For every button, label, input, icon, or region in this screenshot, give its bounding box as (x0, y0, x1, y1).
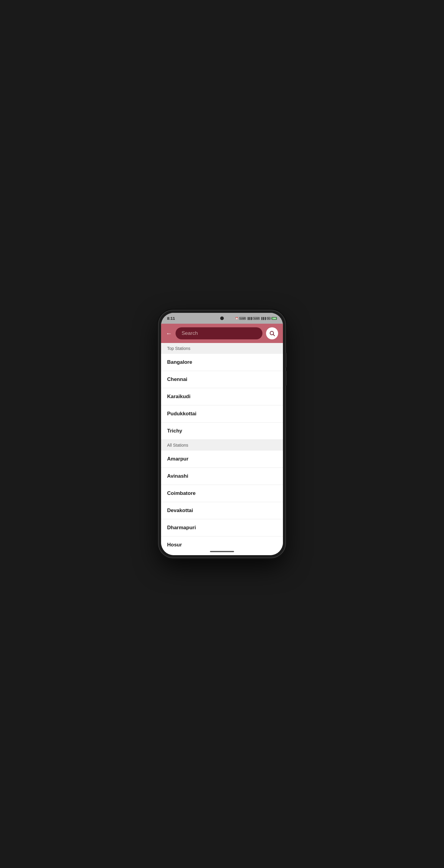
station-list-item[interactable]: Hosur (161, 536, 283, 548)
station-list-item[interactable]: Dharmapuri (161, 519, 283, 536)
status-bar: 8:11 ⏰ VoNR ▐▐▐ VoNR ▐▐▐ 5G 100 (161, 313, 283, 324)
volume-button-1 (285, 352, 287, 368)
home-bar (210, 551, 234, 552)
vonr-label-2: VoNR (253, 317, 260, 320)
station-list-item[interactable]: Coimbatore (161, 485, 283, 502)
5g-label: 5G (267, 317, 271, 320)
camera-cutout (220, 316, 224, 320)
status-icons: ⏰ VoNR ▐▐▐ VoNR ▐▐▐ 5G 100 (235, 317, 277, 320)
station-list-item[interactable]: Bangalore (161, 354, 283, 371)
search-header: ← Search (161, 324, 283, 343)
search-button[interactable] (266, 327, 278, 339)
svg-line-1 (273, 335, 275, 336)
station-list-item[interactable]: Pudukkottai (161, 405, 283, 423)
phone-frame: 8:11 ⏰ VoNR ▐▐▐ VoNR ▐▐▐ 5G 100 ← Search (159, 310, 285, 558)
home-indicator (161, 548, 283, 555)
station-list-item[interactable]: Avinashi (161, 468, 283, 485)
alarm-icon: ⏰ (235, 317, 238, 320)
section-header-all-stations: All Stations (161, 440, 283, 451)
section-header-top-stations: Top Stations (161, 343, 283, 354)
battery-icon: 100 (271, 317, 277, 320)
stations-list: Top StationsBangaloreChennaiKaraikudiPud… (161, 343, 283, 548)
station-list-item[interactable]: Devakottai (161, 502, 283, 519)
signal-bars-1: ▐▐▐ (247, 317, 252, 320)
station-list-item[interactable]: Chennai (161, 371, 283, 388)
status-time: 8:11 (167, 316, 175, 321)
search-placeholder: Search (182, 330, 198, 336)
back-button[interactable]: ← (166, 330, 172, 337)
search-bar-container[interactable]: Search (176, 327, 262, 339)
phone-screen: 8:11 ⏰ VoNR ▐▐▐ VoNR ▐▐▐ 5G 100 ← Search (161, 313, 283, 555)
vonr-label-1: VoNR (239, 317, 246, 320)
station-list-item[interactable]: Amarpur (161, 451, 283, 468)
signal-bars-2: ▐▐▐ (261, 317, 266, 320)
station-list-item[interactable]: Karaikudi (161, 388, 283, 405)
volume-button-2 (285, 371, 287, 386)
search-icon (269, 330, 275, 336)
station-list-item[interactable]: Trichy (161, 423, 283, 440)
